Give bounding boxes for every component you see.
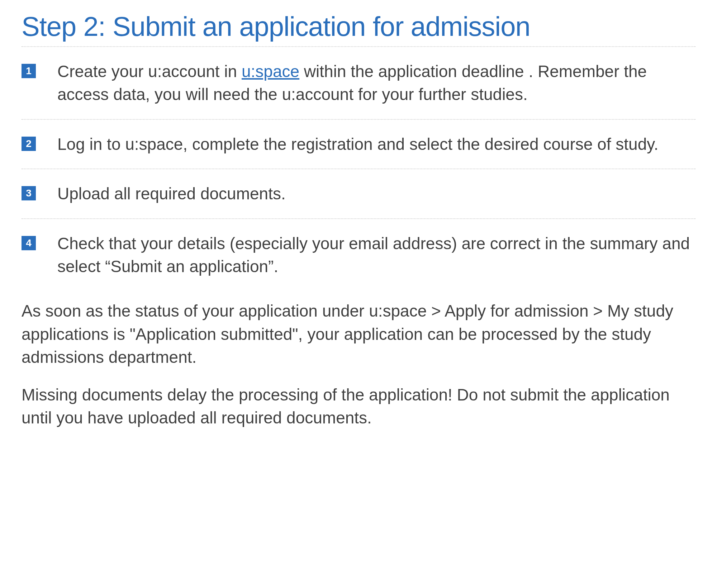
list-text: Log in to u:space, complete the registra… <box>57 135 659 153</box>
list-item: Check that your details (especially your… <box>22 218 695 282</box>
list-item: Upload all required documents. <box>22 169 695 218</box>
steps-list: Create your u:account in u:space within … <box>22 46 695 281</box>
uspace-link[interactable]: u:space <box>242 62 299 81</box>
page-title: Step 2: Submit an application for admiss… <box>22 11 695 42</box>
body-paragraph: As soon as the status of your applicatio… <box>22 299 695 369</box>
list-text: Check that your details (especially your… <box>57 234 690 276</box>
list-item: Create your u:account in u:space within … <box>22 46 695 119</box>
list-text: Upload all required documents. <box>57 184 286 203</box>
list-item: Log in to u:space, complete the registra… <box>22 119 695 169</box>
list-text-before: Create your u:account in <box>57 62 242 81</box>
page: Step 2: Submit an application for admiss… <box>0 0 717 588</box>
body-paragraph: Missing documents delay the processing o… <box>22 383 695 430</box>
